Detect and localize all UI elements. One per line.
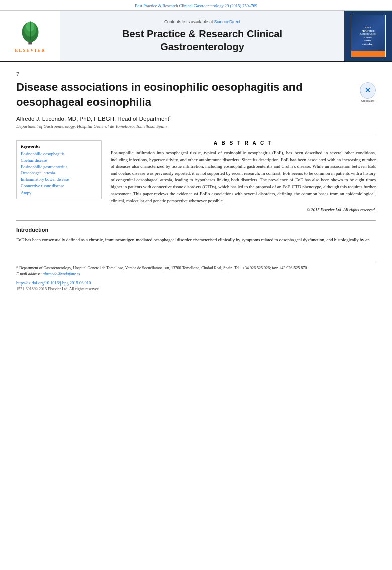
abstract-text: Eosinophilic infiltration into oesophage…	[111, 150, 376, 204]
article-title: Disease associations in eosinophilic oes…	[16, 80, 376, 109]
footnote-area: * Department of Gastroenterology, Hospit…	[16, 262, 376, 277]
divider-1	[16, 135, 376, 135]
elsevier-logo-area: ELSEVIER	[0, 11, 60, 61]
introduction-text: EoE has been consensually defined as a c…	[16, 237, 376, 244]
sciencedirect-link[interactable]: ScienceDirect	[214, 19, 240, 24]
journal-cover-area: BESTPRACTICE& RESEARCHClinicalGastro-ent…	[344, 11, 392, 61]
elsevier-logo: ELSEVIER	[13, 19, 48, 53]
article-content: 7 Disease associations in eosinophilic o…	[0, 62, 392, 254]
doi-area: http://dx.doi.org/10.1016/j.bpg.2015.06.…	[0, 277, 392, 293]
journal-header: ELSEVIER Contents lists available at Sci…	[0, 11, 392, 62]
abstract-column: A B S T R A C T Eosinophilic infiltratio…	[111, 140, 376, 212]
keywords-column: Keywords: Eosinophilic oesophagitis Coel…	[16, 140, 102, 212]
journal-title: Best Practice & Research Clinical Gastro…	[122, 27, 282, 53]
elsevier-tree-icon	[13, 19, 48, 47]
author-affiliation: Department of Gastroenterology, Hospital…	[16, 124, 376, 129]
keywords-box: Keywords: Eosinophilic oesophagitis Coel…	[16, 140, 102, 199]
elsevier-brand-text: ELSEVIER	[15, 48, 46, 53]
abstract-copyright: © 2015 Elsevier Ltd. All rights reserved…	[111, 207, 376, 212]
keyword-4: Oesophageal atresia	[21, 170, 97, 176]
keywords-abstract-section: Keywords: Eosinophilic oesophagitis Coel…	[16, 140, 376, 212]
journal-citation: Best Practice & Research Clinical Gastro…	[135, 3, 257, 8]
abstract-title: A B S T R A C T	[111, 140, 376, 146]
issn-line: 1521-6918/© 2015 Elsevier Ltd. All right…	[16, 287, 100, 291]
page: Best Practice & Research Clinical Gastro…	[0, 0, 392, 570]
footnote-affiliation: * Department of Gastroenterology, Hospit…	[16, 265, 376, 271]
email-label: E-mail address:	[16, 272, 42, 276]
contents-available: Contents lists available at ScienceDirec…	[164, 19, 240, 24]
crossmark-badge[interactable]: ✕ CrossMark	[360, 82, 376, 99]
keyword-3: Eosinophilic gastroenteritis	[21, 164, 97, 170]
section-divider-1	[16, 220, 376, 221]
author-name: Alfredo J. Lucendo, MD, PhD, FEBGH, Head…	[16, 115, 376, 122]
cover-text: BESTPRACTICE& RESEARCHClinicalGastro-ent…	[360, 26, 376, 46]
author-superscript: *	[169, 115, 171, 119]
keyword-1: Eosinophilic oesophagitis	[21, 151, 97, 157]
journal-header-bar: Best Practice & Research Clinical Gastro…	[0, 0, 392, 11]
introduction-heading: Introduction	[16, 227, 376, 233]
keywords-title: Keywords:	[21, 144, 97, 149]
crossmark-label: CrossMark	[360, 99, 376, 103]
journal-cover-image: BESTPRACTICE& RESEARCHClinicalGastro-ent…	[351, 15, 386, 57]
footnote-email-line: E-mail address: alucendo@vodafone.es	[16, 271, 376, 277]
journal-title-area: Contents lists available at ScienceDirec…	[60, 11, 344, 61]
cover-stripe	[351, 51, 385, 57]
article-number: 7	[16, 71, 376, 77]
keyword-7: Atopy	[21, 189, 97, 196]
keyword-6: Connective tissue disease	[21, 183, 97, 189]
keyword-5: Inflammatory bowel disease	[21, 176, 97, 183]
keyword-2: Coeliac disease	[21, 157, 97, 164]
footnote-email[interactable]: alucendo@vodafone.es	[43, 272, 80, 276]
crossmark-icon: ✕	[365, 86, 371, 95]
doi-link[interactable]: http://dx.doi.org/10.1016/j.bpg.2015.06.…	[16, 280, 376, 286]
